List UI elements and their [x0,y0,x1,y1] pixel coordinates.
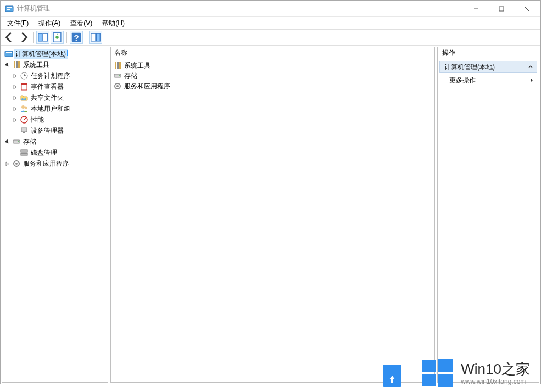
window-title: 计算机管理 [17,4,464,13]
toolbar-separator [66,32,67,43]
list-column-header[interactable]: 名称 [111,47,434,59]
svg-point-27 [21,105,25,109]
expand-icon[interactable] [11,72,19,80]
collapse-icon[interactable] [3,138,11,145]
services-icon [113,82,122,91]
svg-point-34 [18,141,19,142]
tree-event-viewer[interactable]: 事件查看器 [2,81,108,92]
navigation-tree[interactable]: 计算机管理(本地) 系统工具 任务计划程序 [2,47,108,170]
chevron-right-icon [529,77,534,85]
tree-task-scheduler[interactable]: 任务计划程序 [2,70,108,81]
svg-rect-16 [6,52,12,53]
tree-panel: 计算机管理(本地) 系统工具 任务计划程序 [2,47,108,383]
menu-bar: 文件(F) 操作(A) 查看(V) 帮助(H) [1,17,540,29]
expand-icon[interactable] [3,160,11,167]
event-viewer-icon [20,82,29,91]
tree-label: 共享文件夹 [31,93,64,103]
svg-point-10 [55,36,59,39]
tree-system-tools[interactable]: 系统工具 [2,59,108,70]
show-hide-action-pane-button[interactable] [89,31,102,44]
svg-rect-40 [117,62,119,69]
action-section-title[interactable]: 计算机管理(本地) [439,61,537,73]
list-panel: 名称 系统工具 存储 [110,47,435,383]
svg-rect-49 [438,374,453,387]
svg-rect-35 [21,150,27,152]
show-hide-console-tree-button[interactable] [36,31,49,44]
tree-label: 系统工具 [23,60,49,70]
tree-root-label: 计算机管理(本地) [14,49,68,59]
watermark-text: Win10之家 www.win10xitong.com [461,361,530,386]
properties-button[interactable] [51,31,64,44]
windows-logo-icon [421,358,454,389]
list-item-system-tools[interactable]: 系统工具 [113,60,432,70]
blue-badge-icon [383,365,401,387]
list-item-label: 系统工具 [124,61,150,70]
svg-rect-14 [96,33,100,41]
performance-icon [20,115,29,124]
tree-services-apps[interactable]: 服务和应用程序 [2,158,108,169]
list-item-label: 服务和应用程序 [124,82,170,91]
tree-label: 磁盘管理 [31,148,57,158]
list-item-storage[interactable]: 存储 [113,71,432,81]
action-more-actions[interactable]: 更多操作 [439,74,537,86]
computer-management-icon [4,49,13,58]
toolbar: ? [1,29,540,46]
expand-icon[interactable] [11,105,19,113]
svg-rect-47 [438,359,453,372]
toolbar-separator [33,32,34,43]
svg-rect-1 [7,7,12,8]
svg-rect-7 [38,33,42,41]
svg-rect-39 [115,62,116,69]
svg-point-45 [116,85,119,87]
tree-label: 任务计划程序 [31,71,70,81]
tree-device-manager[interactable]: 设备管理器 [2,125,108,136]
expand-icon[interactable] [11,116,19,124]
forward-button[interactable] [17,31,30,44]
services-icon [12,159,21,168]
svg-rect-36 [21,153,27,155]
minimize-button[interactable] [464,1,489,16]
expand-icon[interactable] [11,94,19,102]
column-name: 名称 [114,48,127,58]
svg-text:?: ? [74,33,79,42]
system-tools-icon [12,60,21,69]
close-button[interactable] [514,1,539,16]
list-item-services-apps[interactable]: 服务和应用程序 [113,81,432,91]
tree-local-users[interactable]: 本地用户和组 [2,103,108,114]
svg-rect-19 [18,61,20,68]
tree-performance[interactable]: 性能 [2,114,108,125]
svg-point-43 [119,75,120,76]
system-tools-icon [113,61,122,70]
tree-disk-management[interactable]: 磁盘管理 [2,147,108,158]
window-controls [464,1,539,16]
menu-help[interactable]: 帮助(H) [98,18,129,29]
collapse-icon[interactable] [3,61,11,69]
maximize-button[interactable] [489,1,514,16]
tree-root[interactable]: 计算机管理(本地) [2,48,108,59]
expand-icon[interactable] [11,83,19,91]
back-button[interactable] [3,31,16,44]
list-item-label: 存储 [124,71,137,81]
menu-view[interactable]: 查看(V) [66,18,97,29]
storage-icon [113,71,122,80]
tree-label: 服务和应用程序 [23,159,69,169]
svg-rect-17 [14,61,15,68]
svg-rect-8 [43,33,47,41]
menu-file[interactable]: 文件(F) [3,18,33,29]
action-panel: 操作 计算机管理(本地) 更多操作 [437,47,539,383]
tree-label: 性能 [31,115,44,125]
users-icon [20,104,29,113]
tree-storage[interactable]: 存储 [2,136,108,147]
svg-rect-31 [21,128,27,132]
clock-icon [20,71,29,80]
svg-rect-18 [16,61,18,68]
list-body: 系统工具 存储 服务和应用程序 [111,59,434,93]
svg-rect-46 [422,360,436,372]
menu-action[interactable]: 操作(A) [34,18,65,29]
tree-label: 事件查看器 [31,82,64,92]
action-link-label: 更多操作 [449,76,476,85]
tree-shared-folders[interactable]: 共享文件夹 [2,92,108,103]
app-window: 计算机管理 文件(F) 操作(A) 查看(V) 帮助(H) [0,0,541,384]
tree-label: 本地用户和组 [31,104,70,114]
help-button[interactable]: ? [70,31,83,44]
